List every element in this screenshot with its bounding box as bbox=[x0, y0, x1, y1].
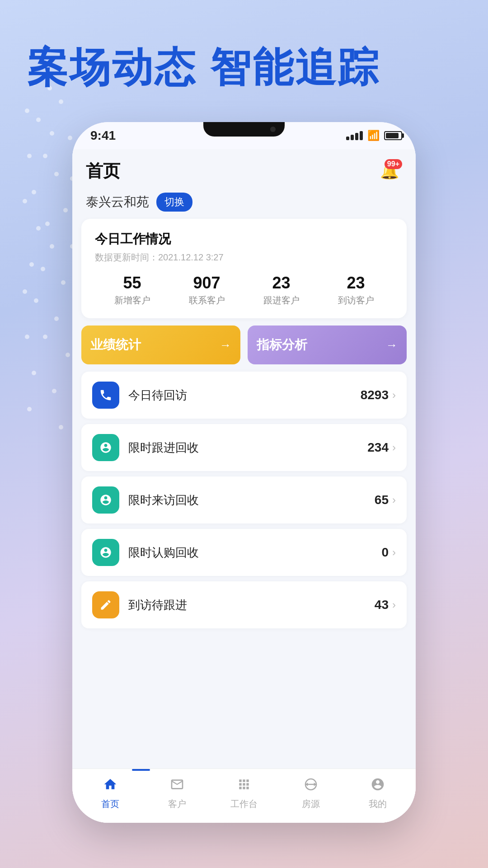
list-item-visit-recycle-left: 限时来访回收 bbox=[92, 486, 199, 514]
stat-contact-customers-num: 907 bbox=[189, 274, 225, 292]
callback-chevron: › bbox=[392, 389, 396, 401]
phone-content: 首页 🔔 99+ 泰兴云和苑 切换 今日工作情况 数据更新时间：2021.12.… bbox=[72, 149, 416, 823]
battery-icon bbox=[384, 131, 402, 140]
housing-icon bbox=[304, 777, 318, 795]
bottom-nav: 首页 客户 工作台 bbox=[72, 769, 416, 823]
nav-home-label: 首页 bbox=[101, 798, 119, 810]
action-buttons-row: 业绩统计 → 指标分析 → bbox=[81, 326, 407, 364]
visit-recycle-count: 65 bbox=[375, 493, 389, 507]
phone-frame: 9:41 📶 首页 🔔 99+ 泰兴云和苑 bbox=[72, 122, 416, 823]
performance-stats-label: 业绩统计 bbox=[90, 336, 141, 354]
list-item-subscription-recycle-right: 0 › bbox=[381, 545, 396, 560]
list-item-visit-recycle-right: 65 › bbox=[375, 493, 396, 507]
notification-badge: 99+ bbox=[385, 159, 402, 169]
hero-text: 案场动态 智能追踪 bbox=[27, 45, 380, 90]
camera bbox=[270, 127, 276, 132]
work-stats: 55 新增客户 907 联系客户 23 跟进客户 23 到访客户 bbox=[95, 274, 393, 307]
indicator-analysis-arrow: → bbox=[386, 338, 398, 352]
visit-recycle-chevron: › bbox=[392, 494, 396, 506]
nav-customers-label: 客户 bbox=[168, 798, 186, 810]
switch-project-button[interactable]: 切换 bbox=[156, 193, 192, 212]
customers-icon bbox=[170, 777, 184, 795]
visit-followup-label: 到访待跟进 bbox=[128, 597, 187, 613]
performance-stats-button[interactable]: 业绩统计 → bbox=[81, 326, 240, 364]
nav-workbench-label: 工作台 bbox=[230, 798, 258, 810]
stat-visit-customers-label: 到访客户 bbox=[338, 294, 374, 307]
app-header: 首页 🔔 99+ bbox=[72, 149, 416, 188]
status-time: 9:41 bbox=[90, 128, 116, 142]
list-item-callback[interactable]: 今日待回访 8293 › bbox=[81, 372, 407, 419]
subscription-recycle-chevron: › bbox=[392, 546, 396, 559]
page-title: 首页 bbox=[86, 160, 120, 183]
work-card-title: 今日工作情况 bbox=[95, 231, 393, 248]
stat-new-customers-num: 55 bbox=[114, 274, 150, 292]
notch bbox=[203, 122, 285, 137]
phone-top-area: 9:41 📶 bbox=[72, 122, 416, 149]
callback-icon bbox=[92, 382, 119, 409]
visit-recycle-label: 限时来访回收 bbox=[128, 492, 199, 508]
nav-housing[interactable]: 房源 bbox=[277, 777, 344, 810]
nav-mine[interactable]: 我的 bbox=[344, 777, 411, 810]
subscription-recycle-icon bbox=[92, 539, 119, 566]
home-icon bbox=[103, 777, 117, 795]
list-item-subscription-recycle-left: 限时认购回收 bbox=[92, 539, 199, 566]
subscription-recycle-count: 0 bbox=[381, 545, 389, 560]
nav-workbench[interactable]: 工作台 bbox=[211, 777, 277, 810]
indicator-analysis-button[interactable]: 指标分析 → bbox=[248, 326, 407, 364]
nav-active-indicator bbox=[132, 769, 150, 771]
list-item-followup-recycle-left: 限时跟进回收 bbox=[92, 434, 199, 461]
stat-contact-customers-label: 联系客户 bbox=[189, 294, 225, 307]
list-item-callback-right: 8293 › bbox=[361, 388, 396, 402]
followup-recycle-count: 234 bbox=[367, 440, 389, 455]
signal-bars bbox=[346, 131, 363, 140]
stat-followup-customers: 23 跟进客户 bbox=[263, 274, 300, 307]
nav-mine-label: 我的 bbox=[369, 798, 387, 810]
visit-recycle-icon bbox=[92, 486, 119, 514]
list-item-subscription-recycle[interactable]: 限时认购回收 0 › bbox=[81, 529, 407, 576]
mine-icon bbox=[371, 777, 385, 795]
indicator-analysis-label: 指标分析 bbox=[257, 336, 307, 354]
workbench-icon bbox=[237, 777, 251, 795]
stat-contact-customers: 907 联系客户 bbox=[189, 274, 225, 307]
followup-recycle-label: 限时跟进回收 bbox=[128, 440, 199, 456]
nav-customers[interactable]: 客户 bbox=[144, 777, 211, 810]
list-item-callback-left: 今日待回访 bbox=[92, 382, 187, 409]
project-name: 泰兴云和苑 bbox=[86, 193, 149, 211]
performance-stats-arrow: → bbox=[220, 338, 231, 352]
stat-new-customers: 55 新增客户 bbox=[114, 274, 150, 307]
nav-home[interactable]: 首页 bbox=[77, 777, 144, 810]
notification-button[interactable]: 🔔 99+ bbox=[377, 158, 402, 184]
subscription-recycle-label: 限时认购回收 bbox=[128, 545, 199, 561]
stat-visit-customers-num: 23 bbox=[338, 274, 374, 292]
nav-housing-label: 房源 bbox=[302, 798, 320, 810]
callback-label: 今日待回访 bbox=[128, 387, 187, 403]
list-item-followup-recycle-right: 234 › bbox=[367, 440, 396, 455]
visit-followup-count: 43 bbox=[375, 598, 389, 612]
list-item-visit-recycle[interactable]: 限时来访回收 65 › bbox=[81, 476, 407, 524]
followup-recycle-chevron: › bbox=[392, 441, 396, 454]
work-status-card: 今日工作情况 数据更新时间：2021.12.12 3:27 55 新增客户 90… bbox=[81, 219, 407, 318]
visit-followup-icon bbox=[92, 591, 119, 618]
callback-count: 8293 bbox=[361, 388, 389, 402]
followup-recycle-icon bbox=[92, 434, 119, 461]
project-bar: 泰兴云和苑 切换 bbox=[72, 188, 416, 219]
stat-followup-customers-num: 23 bbox=[263, 274, 300, 292]
visit-followup-chevron: › bbox=[392, 599, 396, 611]
list-item-visit-followup-right: 43 › bbox=[375, 598, 396, 612]
stat-followup-customers-label: 跟进客户 bbox=[263, 294, 300, 307]
wifi-icon: 📶 bbox=[367, 130, 380, 142]
stat-new-customers-label: 新增客户 bbox=[114, 294, 150, 307]
list-item-followup-recycle[interactable]: 限时跟进回收 234 › bbox=[81, 424, 407, 471]
list-item-visit-followup[interactable]: 到访待跟进 43 › bbox=[81, 581, 407, 628]
work-card-time: 数据更新时间：2021.12.12 3:27 bbox=[95, 251, 393, 264]
list-item-visit-followup-left: 到访待跟进 bbox=[92, 591, 187, 618]
stat-visit-customers: 23 到访客户 bbox=[338, 274, 374, 307]
